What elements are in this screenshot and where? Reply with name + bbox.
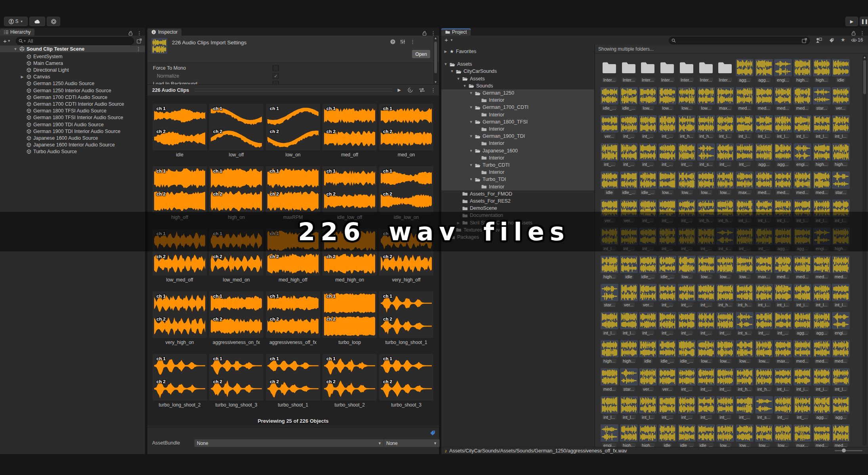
asset-audio-thumbnail[interactable] <box>736 340 754 357</box>
asset-audio-thumbnail[interactable] <box>601 87 618 104</box>
asset-audio-thumbnail[interactable] <box>755 396 773 414</box>
asset-audio-thumbnail[interactable] <box>716 368 734 386</box>
asset-audio-thumbnail[interactable] <box>794 284 811 301</box>
project-tree-item[interactable]: ▼Sounds <box>441 82 594 89</box>
lock-icon[interactable] <box>422 31 427 36</box>
asset-audio-thumbnail[interactable] <box>774 87 792 104</box>
asset-audio-thumbnail[interactable] <box>639 368 657 386</box>
asset-audio-thumbnail[interactable] <box>736 115 754 133</box>
asset-audio-thumbnail[interactable] <box>774 143 792 161</box>
asset-audio-thumbnail[interactable] <box>620 396 638 414</box>
hierarchy-item[interactable]: German 1700 CDTI Audio Source <box>0 94 145 101</box>
asset-audio-thumbnail[interactable] <box>678 284 696 301</box>
asset-folder[interactable] <box>601 59 618 76</box>
asset-audio-thumbnail[interactable] <box>774 340 792 357</box>
asset-audio-thumbnail[interactable] <box>794 424 811 442</box>
asset-audio-thumbnail[interactable] <box>832 368 850 386</box>
asset-audio-thumbnail[interactable] <box>774 256 792 273</box>
thumbnail-size-slider[interactable] <box>835 450 862 451</box>
inspector-scrollbar[interactable]: ▲ ▼ <box>433 36 438 84</box>
asset-audio-thumbnail[interactable] <box>697 396 715 414</box>
create-asset-caret-icon[interactable]: ▼ <box>450 38 453 42</box>
filter-by-type-icon[interactable] <box>816 38 822 43</box>
asset-audio-thumbnail[interactable] <box>658 87 676 104</box>
hierarchy-item[interactable]: German 1250 Audio Source <box>0 80 145 87</box>
project-tree-item[interactable]: Interior <box>441 140 594 147</box>
asset-labels-icon[interactable] <box>429 430 436 436</box>
add-object-button[interactable]: + <box>3 38 7 44</box>
asset-audio-thumbnail[interactable] <box>813 256 831 273</box>
asset-audio-thumbnail[interactable] <box>658 424 676 442</box>
asset-audio-thumbnail[interactable] <box>639 424 657 442</box>
foldout-open-icon[interactable]: ▼ <box>469 134 473 138</box>
asset-audio-thumbnail[interactable] <box>736 396 754 414</box>
asset-audio-thumbnail[interactable] <box>658 256 676 273</box>
asset-audio-thumbnail[interactable] <box>601 340 618 357</box>
asset-audio-thumbnail[interactable] <box>697 368 715 386</box>
asset-audio-thumbnail[interactable] <box>813 171 831 189</box>
project-tree-item[interactable]: Assets_For_RES2 <box>441 198 594 205</box>
asset-audio-thumbnail[interactable] <box>678 115 696 133</box>
project-tree-item[interactable]: DemoScene <box>441 205 594 212</box>
asset-audio-thumbnail[interactable] <box>620 424 638 442</box>
kebab-menu-icon[interactable]: ⋮ <box>431 88 436 92</box>
preview-loop-play-icon[interactable] <box>407 87 413 93</box>
asset-audio-thumbnail[interactable] <box>755 424 773 442</box>
project-tree-item[interactable]: ▼German_1900_TDI <box>441 133 594 140</box>
asset-audio-thumbnail[interactable] <box>639 256 657 273</box>
asset-audio-thumbnail[interactable] <box>813 312 831 329</box>
hierarchy-item[interactable]: Japanese 1600 Interior Audio Source <box>0 142 145 148</box>
asset-audio-thumbnail[interactable] <box>774 396 792 414</box>
asset-audio-thumbnail[interactable] <box>658 284 676 301</box>
kebab-menu-icon[interactable]: ⋮ <box>410 40 415 44</box>
account-button[interactable]: S ▼ <box>4 17 28 26</box>
asset-audio-thumbnail[interactable] <box>716 143 734 161</box>
project-tree-item[interactable]: ▼German_1700_CDTI <box>441 104 594 111</box>
project-search-input[interactable] <box>669 37 810 44</box>
asset-audio-thumbnail[interactable] <box>620 143 638 161</box>
asset-audio-thumbnail[interactable] <box>832 284 850 301</box>
asset-audio-thumbnail[interactable] <box>736 424 754 442</box>
help-icon[interactable]: ? <box>390 39 395 44</box>
asset-audio-thumbnail[interactable] <box>620 171 638 189</box>
asset-audio-thumbnail[interactable] <box>832 59 850 76</box>
cloud-button[interactable] <box>29 17 45 26</box>
assetbundle-variant-dropdown[interactable]: None ▼ <box>383 439 440 447</box>
property-checkbox[interactable] <box>273 81 279 84</box>
preview-shuffle-icon[interactable] <box>419 87 425 93</box>
hierarchy-search-input[interactable]: ▼ All <box>16 37 134 45</box>
asset-audio-thumbnail[interactable] <box>794 396 811 414</box>
asset-audio-thumbnail[interactable] <box>639 396 657 414</box>
asset-audio-thumbnail[interactable] <box>736 368 754 386</box>
asset-audio-thumbnail[interactable] <box>620 87 638 104</box>
asset-audio-thumbnail[interactable] <box>697 115 715 133</box>
foldout-open-icon[interactable]: ▼ <box>444 62 448 66</box>
asset-audio-thumbnail[interactable] <box>620 115 638 133</box>
asset-audio-thumbnail[interactable] <box>736 284 754 301</box>
asset-audio-thumbnail[interactable] <box>736 312 754 329</box>
slider-thumb[interactable] <box>842 448 846 452</box>
asset-audio-thumbnail[interactable] <box>774 59 792 76</box>
asset-audio-thumbnail[interactable] <box>774 284 792 301</box>
pause-button[interactable]: ▌▌ <box>860 17 868 26</box>
asset-audio-thumbnail[interactable] <box>813 87 831 104</box>
asset-audio-thumbnail[interactable] <box>678 312 696 329</box>
hierarchy-scene-row[interactable]: ▼Sound Clip Tester Scene⋮ <box>0 46 145 52</box>
kebab-menu-icon[interactable]: ⋮ <box>431 31 436 35</box>
asset-folder[interactable] <box>620 59 638 76</box>
asset-audio-thumbnail[interactable] <box>755 115 773 133</box>
asset-audio-thumbnail[interactable] <box>658 143 676 161</box>
asset-audio-thumbnail[interactable] <box>832 115 850 133</box>
project-tree-item[interactable]: ▼Turbo_CDTI <box>441 162 594 169</box>
asset-audio-thumbnail[interactable] <box>755 59 773 76</box>
asset-audio-thumbnail[interactable] <box>716 171 734 189</box>
asset-audio-thumbnail[interactable] <box>755 368 773 386</box>
asset-folder[interactable] <box>639 59 657 76</box>
asset-audio-thumbnail[interactable] <box>658 340 676 357</box>
foldout-open-icon[interactable]: ▼ <box>13 47 17 51</box>
kebab-menu-icon[interactable]: ⋮ <box>860 31 865 35</box>
lock-icon[interactable] <box>851 31 856 36</box>
asset-audio-thumbnail[interactable] <box>716 284 734 301</box>
foldout-open-icon[interactable]: ▼ <box>469 120 473 124</box>
hub-button[interactable] <box>47 17 60 26</box>
